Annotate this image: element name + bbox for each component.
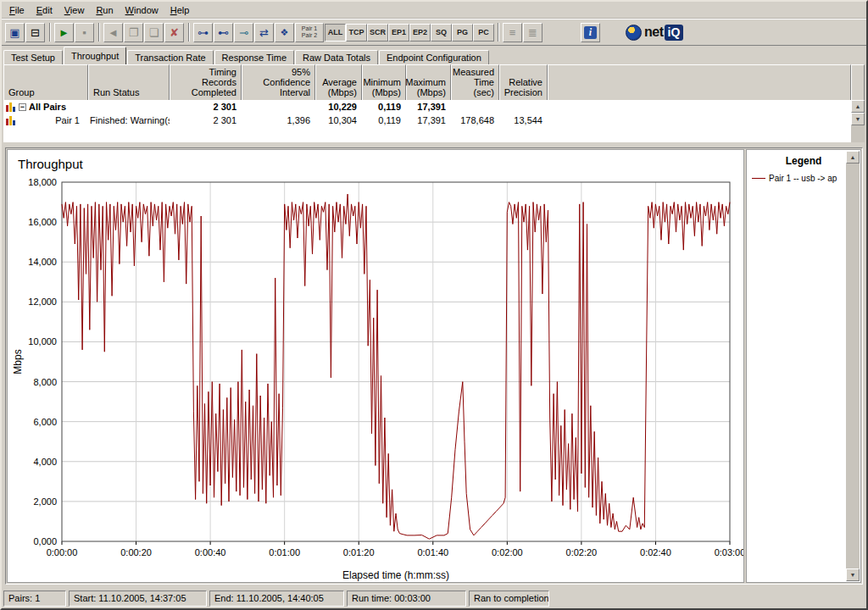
column-header-filler: [548, 64, 851, 101]
netiq-logo: net iQ: [626, 25, 683, 41]
tab-response-time[interactable]: Response Time: [214, 50, 294, 64]
legend-panel: Legend Pair 1 -- usb -> ap ▲ ▼: [746, 149, 861, 583]
status-start-time: Start: 11.10.2005, 14:37:05: [69, 591, 207, 607]
stop-test-icon[interactable]: ▪: [75, 23, 94, 42]
cell-minimum: 0,119: [362, 115, 406, 125]
grid-vertical-scrollbar[interactable]: ▲ ▼: [851, 100, 865, 142]
tab-test-setup[interactable]: Test Setup: [3, 50, 63, 64]
grid-scroll-corner: [851, 64, 865, 101]
chart-panel: Throughput 0,0002,0004,0006,0008,00010,0…: [7, 149, 744, 583]
svg-text:14,000: 14,000: [28, 257, 57, 267]
cell-average: 10,304: [315, 115, 362, 125]
column-header-timing-records[interactable]: Timing Records Completed: [170, 64, 242, 101]
filter-sq-button[interactable]: SQ: [431, 24, 452, 42]
cell-minimum: 0,119: [362, 102, 406, 112]
cell-timing-records: 2 301: [170, 115, 242, 125]
svg-text:0:02:00: 0:02:00: [492, 547, 523, 557]
svg-text:0:00:00: 0:00:00: [47, 547, 78, 557]
svg-text:2,000: 2,000: [33, 496, 57, 507]
column-header-measured-time[interactable]: Measured Time (sec): [451, 64, 499, 101]
replicate-pair-icon[interactable]: ❖: [275, 23, 294, 42]
run-test-icon[interactable]: ►: [54, 23, 74, 42]
column-header-minimum[interactable]: Minimum (Mbps): [362, 64, 406, 101]
pair-selector-line2: Pair 2: [302, 32, 317, 39]
column-header-group[interactable]: Group: [3, 64, 88, 101]
edit-pair-icon[interactable]: ⊸: [234, 23, 253, 42]
status-bar: Pairs: 1 Start: 11.10.2005, 14:37:05 End…: [3, 589, 865, 607]
svg-text:0:00:20: 0:00:20: [120, 547, 152, 557]
cell-maximum: 17,391: [406, 102, 451, 112]
menu-view[interactable]: View: [58, 3, 91, 18]
swap-endpoints-icon[interactable]: ⇄: [254, 23, 274, 42]
svg-text:0,000: 0,000: [33, 536, 57, 546]
copy-icon[interactable]: ❐: [124, 23, 143, 42]
pair-selector-button[interactable]: Pair 1 Pair 2: [295, 23, 324, 42]
cell-maximum: 17,391: [406, 115, 451, 125]
column-header-maximum[interactable]: Maximum (Mbps): [406, 64, 451, 101]
help-button[interactable]: i: [581, 23, 600, 42]
scroll-down-icon[interactable]: ▼: [846, 568, 860, 581]
filter-scr-button[interactable]: SCR: [367, 24, 388, 42]
tab-throughput[interactable]: Throughput: [64, 47, 126, 64]
main-area: Throughput 0,0002,0004,0006,0008,00010,0…: [5, 147, 863, 585]
filter-all-button[interactable]: ALL: [325, 24, 346, 42]
menu-file[interactable]: File: [3, 3, 31, 18]
filter-tcp-button[interactable]: TCP: [346, 24, 367, 42]
scroll-down-icon[interactable]: ▼: [851, 113, 865, 125]
svg-text:18,000: 18,000: [28, 177, 57, 187]
toolbar-separator: [188, 23, 190, 42]
logo-net-text: net: [644, 25, 664, 40]
menu-edit[interactable]: Edit: [31, 3, 58, 18]
filter-pc-button[interactable]: PC: [473, 24, 494, 42]
pair-name: Pair 1: [55, 115, 83, 125]
column-header-run-status[interactable]: Run Status: [88, 64, 170, 101]
svg-text:Mbps: Mbps: [12, 349, 24, 374]
status-end-time: End: 11.10.2005, 14:40:05: [209, 591, 344, 607]
add-pair-icon[interactable]: ⊶: [193, 23, 213, 42]
paste-icon[interactable]: ❏: [144, 23, 164, 42]
svg-text:0:02:20: 0:02:20: [566, 547, 598, 557]
info-icon: i: [584, 26, 597, 39]
cell-average: 10,229: [315, 102, 362, 112]
toolbar-separator: [498, 23, 499, 42]
filter-ep1-button[interactable]: EP1: [388, 24, 409, 42]
collapse-icon[interactable]: −: [19, 103, 26, 111]
menu-help[interactable]: Help: [164, 3, 196, 18]
filter-pg-button[interactable]: PG: [452, 24, 473, 42]
delete-icon[interactable]: ✘: [164, 23, 184, 42]
svg-text:0:00:40: 0:00:40: [195, 547, 226, 557]
menu-bar: File Edit View Run Window Help: [2, 2, 866, 19]
tab-transaction-rate[interactable]: Transaction Rate: [127, 50, 213, 64]
svg-text:8,000: 8,000: [33, 377, 57, 387]
column-header-average[interactable]: Average (Mbps): [315, 64, 362, 101]
svg-text:0:03:00: 0:03:00: [715, 547, 743, 557]
details-view-icon[interactable]: ≣: [523, 23, 542, 42]
list-view-icon[interactable]: ≡: [503, 23, 522, 42]
grid-rows: − All Pairs 2 301 10,229 0,119 17,391 Pa…: [3, 100, 851, 142]
menu-window[interactable]: Window: [120, 3, 164, 18]
cell-confidence-interval: 1,396: [242, 115, 315, 125]
results-grid: Group Run Status Timing Records Complete…: [3, 64, 865, 142]
filter-ep2-button[interactable]: EP2: [409, 24, 431, 42]
legend-vertical-scrollbar[interactable]: ▲ ▼: [846, 151, 860, 581]
rewind-icon[interactable]: ◄: [103, 23, 123, 42]
tab-raw-data-totals[interactable]: Raw Data Totals: [295, 50, 378, 64]
legend-item-pair-1[interactable]: Pair 1 -- usb -> ap: [747, 167, 860, 183]
column-header-confidence-interval[interactable]: 95% Confidence Interval: [242, 64, 315, 101]
pair-selector-line1: Pair 1: [302, 25, 317, 32]
new-test-icon[interactable]: ▣: [5, 23, 25, 42]
scroll-up-icon[interactable]: ▲: [846, 151, 860, 164]
table-row-all-pairs[interactable]: − All Pairs 2 301 10,229 0,119 17,391: [3, 100, 851, 114]
legend-line-sample: [752, 178, 765, 179]
toolbar-separator: [98, 23, 100, 42]
print-icon[interactable]: ⊟: [25, 23, 45, 42]
menu-run[interactable]: Run: [90, 3, 119, 18]
scroll-up-icon[interactable]: ▲: [851, 100, 865, 113]
app-window: File Edit View Run Window Help ▣ ⊟ ► ▪ ◄…: [0, 0, 868, 610]
table-row-pair-1[interactable]: Pair 1 Finished: Warning(s) 2 301 1,396 …: [3, 114, 851, 127]
svg-text:12,000: 12,000: [28, 297, 57, 307]
column-header-relative-precision[interactable]: Relative Precision: [499, 64, 548, 101]
tab-endpoint-configuration[interactable]: Endpoint Configuration: [379, 50, 489, 64]
add-multicast-group-icon[interactable]: ⊷: [214, 23, 233, 42]
svg-text:0:02:40: 0:02:40: [640, 547, 671, 557]
